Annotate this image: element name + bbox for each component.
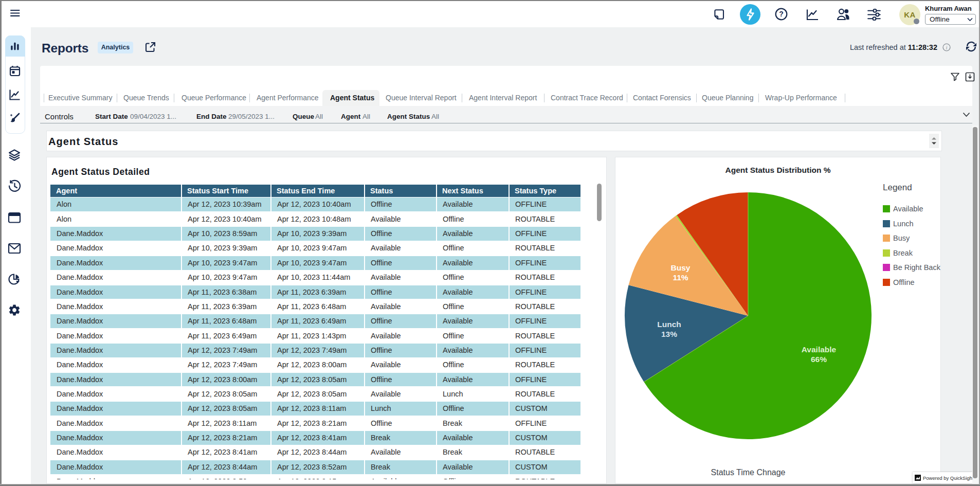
svg-text:?: ? <box>779 10 784 18</box>
svg-text:i: i <box>946 45 948 50</box>
